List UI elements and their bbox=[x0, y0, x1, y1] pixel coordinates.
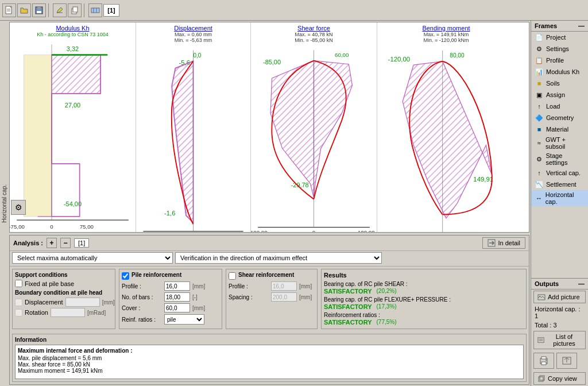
rotation-checkbox[interactable] bbox=[15, 309, 22, 316]
svg-marker-50 bbox=[403, 61, 492, 218]
reinf-pct: (77,5%) bbox=[377, 319, 397, 326]
svg-text:3,32: 3,32 bbox=[67, 45, 79, 52]
frames-item-modulus[interactable]: 📊 Modulus Kh bbox=[531, 66, 588, 78]
load-icon: ↑ bbox=[535, 102, 544, 111]
displacement-row: Displacement [mm] bbox=[15, 298, 113, 307]
boundary-label: Boundary condition at pile head bbox=[15, 290, 113, 296]
copy-button[interactable] bbox=[68, 3, 82, 17]
analysis-remove-button[interactable]: − bbox=[60, 238, 71, 248]
add-picture-button[interactable]: Add picture bbox=[533, 291, 586, 303]
analysis-add-button[interactable]: + bbox=[47, 238, 57, 248]
verification-dropdown[interactable]: Verification in the direction of maximum… bbox=[175, 252, 382, 264]
displacement-min: Min. = -5,63 mm bbox=[175, 37, 212, 43]
total-info: Total : 3 bbox=[531, 321, 588, 330]
bending-max: Max. = 149,91 kNm bbox=[424, 32, 469, 37]
modulus-svg: 3,32 27,00 -54,00 bbox=[10, 37, 136, 233]
main-layout: Horizontal cap. ⚙ Modulus Kh Kh - accord… bbox=[0, 21, 588, 386]
outputs-collapse-icon[interactable]: — bbox=[578, 280, 585, 287]
open-button[interactable] bbox=[17, 3, 31, 17]
analysis-header: Analysis : + − [1] In detail bbox=[10, 236, 529, 251]
frames-item-horizontal-cap[interactable]: ↔ Horizontal cap. bbox=[531, 190, 588, 206]
shear-reinforcement-checkbox[interactable] bbox=[229, 272, 236, 280]
shear-svg: -85,00 60,00 -29,78 bbox=[251, 43, 377, 233]
displacement-label: Displacement bbox=[25, 299, 63, 306]
rotation-input[interactable] bbox=[51, 308, 85, 317]
displacement-input[interactable] bbox=[65, 298, 100, 307]
frames-label-soils: Soils bbox=[546, 80, 560, 87]
fixed-pile-label: Fixed at pile base bbox=[25, 280, 74, 287]
info-line3: Max. shear force = 85,00 kN bbox=[18, 361, 521, 368]
nobars-input[interactable] bbox=[164, 292, 190, 302]
frames-item-settlement[interactable]: 📉 Settlement bbox=[531, 179, 588, 190]
frames-label-settlement: Settlement bbox=[546, 181, 577, 188]
frames-item-profile[interactable]: 📋 Profile bbox=[531, 55, 588, 66]
frames-item-assign[interactable]: ▣ Assign bbox=[531, 89, 588, 101]
reinf-ratios-row: Reinf. ratios : pile bbox=[122, 314, 219, 325]
vertical-cap-icon: ↑ bbox=[535, 168, 544, 177]
settings-gear-button[interactable]: ⚙ bbox=[11, 200, 26, 215]
svg-rect-8 bbox=[73, 7, 78, 12]
stage-num[interactable]: [1] bbox=[103, 4, 119, 17]
shear-title[interactable]: Shear force bbox=[297, 25, 330, 32]
shear-profile-input[interactable] bbox=[271, 281, 297, 291]
shear-spacing-input[interactable] bbox=[271, 292, 297, 302]
flexure-pct: (17,3%) bbox=[377, 303, 397, 310]
pile-reinforcement-checkbox[interactable] bbox=[122, 272, 129, 280]
svg-point-59 bbox=[539, 296, 540, 297]
charts-area: ⚙ Modulus Kh Kh - according to CSN 73 10… bbox=[9, 22, 529, 233]
in-detail-button[interactable]: In detail bbox=[482, 237, 525, 249]
profile-unit: [mm] bbox=[192, 283, 207, 290]
frames-header: Frames — bbox=[531, 21, 588, 32]
frames-item-geometry[interactable]: 🔷 Geometry bbox=[531, 112, 588, 123]
shear-spacing-label: Spacing : bbox=[229, 294, 269, 300]
info-content: Maximum internal force and deformation :… bbox=[15, 345, 524, 379]
info-line1: Maximum internal force and deformation : bbox=[18, 348, 521, 354]
reinf-ratios-select[interactable]: pile bbox=[164, 314, 204, 325]
project-icon: 📄 bbox=[535, 33, 544, 42]
modulus-title[interactable]: Modulus Kh bbox=[56, 25, 89, 32]
svg-text:60,00: 60,00 bbox=[335, 52, 349, 58]
displacement-svg: -5,6 0,0 -1,6 -10,0 0 10,0 bbox=[136, 43, 250, 233]
print-button[interactable] bbox=[533, 353, 554, 369]
frames-item-project[interactable]: 📄 Project bbox=[531, 32, 588, 43]
stage-button[interactable] bbox=[88, 3, 102, 17]
displacement-title[interactable]: Displacement bbox=[174, 25, 212, 32]
pile-reinforcement-header-row: Pile reinforcement bbox=[122, 272, 219, 280]
list-pictures-label: List of pictures bbox=[547, 333, 582, 347]
cover-label: Cover : bbox=[122, 305, 162, 311]
frames-item-material[interactable]: ■ Material bbox=[531, 123, 588, 135]
displacement-checkbox[interactable] bbox=[15, 299, 22, 306]
frames-item-gwt[interactable]: ≈ GWT + subsoil bbox=[531, 135, 588, 151]
fixed-pile-checkbox[interactable] bbox=[15, 280, 22, 287]
list-pictures-icon bbox=[537, 336, 544, 344]
frames-item-soils[interactable]: ■ Soils bbox=[531, 78, 588, 89]
export-button[interactable] bbox=[556, 353, 577, 369]
nobars-unit: [-] bbox=[192, 294, 207, 300]
analysis-num[interactable]: [1] bbox=[74, 238, 89, 248]
frames-item-vertical-cap[interactable]: ↑ Vertical cap. bbox=[531, 167, 588, 179]
shear-profile-unit: [mm] bbox=[299, 283, 314, 290]
copy-view-button[interactable]: Copy view bbox=[533, 372, 586, 385]
shear-reinforcement-title: Shear reinforcement bbox=[238, 272, 294, 278]
save-button[interactable] bbox=[32, 3, 46, 17]
svg-rect-70 bbox=[540, 376, 544, 380]
horizontal-cap-output-val: 1 bbox=[535, 312, 538, 319]
add-picture-label: Add picture bbox=[548, 294, 580, 300]
profile-input[interactable] bbox=[164, 281, 190, 291]
list-pictures-button[interactable]: List of pictures bbox=[533, 331, 586, 349]
edit-button[interactable] bbox=[53, 3, 67, 17]
frames-title: Frames bbox=[535, 22, 557, 29]
soils-icon: ■ bbox=[535, 79, 544, 88]
bending-title[interactable]: Bending moment bbox=[422, 25, 470, 32]
new-button[interactable] bbox=[2, 3, 16, 17]
frames-item-load[interactable]: ↑ Load bbox=[531, 101, 588, 112]
frames-item-stage-settings[interactable]: ⚙ Stage settings bbox=[531, 151, 588, 167]
horizontal-cap-output-label: Horizontal cap. : bbox=[535, 306, 580, 312]
svg-rect-60 bbox=[538, 338, 544, 343]
frames-item-settings[interactable]: ⚙ Settings bbox=[531, 43, 588, 55]
cover-input[interactable] bbox=[164, 303, 190, 312]
cover-row: Cover : [mm] bbox=[122, 303, 219, 312]
frames-collapse-icon[interactable]: — bbox=[578, 22, 585, 29]
maxima-dropdown[interactable]: Select maxima automatically bbox=[12, 252, 173, 264]
svg-rect-65 bbox=[541, 357, 546, 359]
